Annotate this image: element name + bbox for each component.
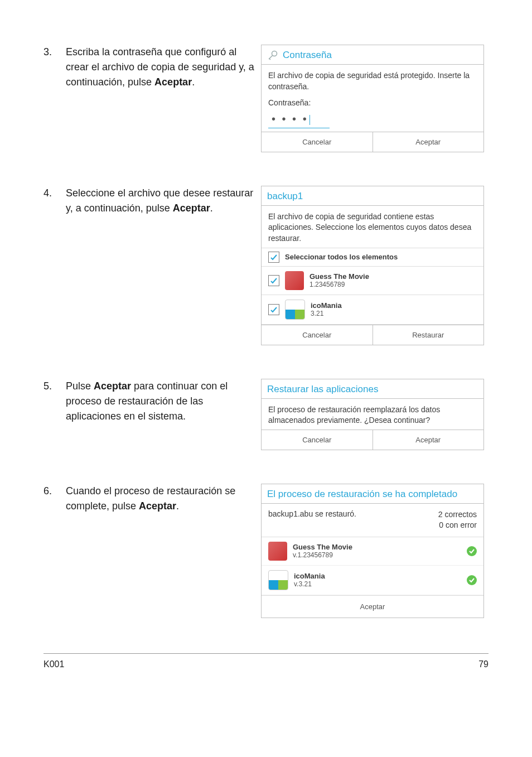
select-all-label: Seleccionar todos los elementos — [285, 253, 398, 261]
step-3-text: Escriba la contraseña que configuró al c… — [66, 45, 261, 90]
accept-button[interactable]: Aceptar — [262, 595, 483, 618]
password-dialog-title: Contraseña — [283, 50, 332, 61]
success-badge — [467, 546, 477, 556]
app-checkbox-0[interactable] — [268, 275, 279, 286]
step-3-number: 3. — [43, 45, 66, 90]
backup-dialog: backup1 El archivo de copia de seguridad… — [261, 186, 484, 345]
password-dialog-buttons: Cancelar Aceptar — [262, 132, 483, 152]
step-5-bold: Aceptar — [94, 380, 131, 392]
app-name-1: icoMania — [311, 301, 342, 310]
check-icon — [468, 577, 475, 584]
done-status-ok: 2 correctos — [438, 509, 477, 520]
app-version-1: 3.21 — [311, 310, 342, 317]
done-app-name-0: Guess The Movie — [293, 543, 352, 551]
step-5-number: 5. — [43, 379, 66, 424]
backup-dialog-title: backup1 — [267, 191, 303, 202]
confirm-dialog-header: Restaurar las aplicaciones — [262, 379, 483, 399]
done-app-version-0: v.1.23456789 — [293, 551, 352, 559]
footer-page-number: 79 — [478, 659, 489, 669]
app-icon-movie — [268, 542, 287, 561]
password-dialog: Contraseña El archivo de copia de seguri… — [261, 45, 484, 152]
check-icon — [270, 253, 278, 261]
success-badge — [467, 575, 477, 585]
step-5-pre: Pulse — [66, 380, 94, 392]
check-icon — [270, 306, 278, 314]
app-version-0: 1.23456789 — [309, 281, 369, 288]
app-meta-1: icoMania 3.21 — [311, 301, 342, 317]
step-4-pre: Seleccione el archivo que desee restaura… — [66, 187, 253, 214]
step-3-post: . — [192, 76, 195, 88]
password-input[interactable]: • • • • — [268, 110, 330, 128]
step-4-instruction: 4. Seleccione el archivo que desee resta… — [43, 186, 261, 216]
done-dialog: El proceso de restauración se ha complet… — [261, 484, 484, 618]
step-4-row: 4. Seleccione el archivo que desee resta… — [43, 186, 489, 345]
done-status-err: 0 con error — [438, 520, 477, 531]
password-dialog-body: El archivo de copia de seguridad está pr… — [262, 65, 483, 132]
app-meta-0: Guess The Movie 1.23456789 — [309, 272, 369, 288]
accept-button[interactable]: Aceptar — [373, 132, 484, 152]
password-label: Contraseña: — [268, 98, 477, 109]
check-icon — [468, 548, 475, 555]
done-status-file: backup1.abu se restauró. — [268, 509, 356, 531]
page-footer: K001 79 — [43, 653, 489, 669]
password-dialog-header: Contraseña — [262, 45, 483, 65]
svg-line-2 — [269, 59, 270, 60]
step-4-text: Seleccione el archivo que desee restaura… — [66, 186, 261, 216]
done-app-meta-0: Guess The Movie v.1.23456789 — [293, 543, 352, 559]
confirm-dialog: Restaurar las aplicaciones El proceso de… — [261, 379, 484, 450]
select-all-checkbox[interactable] — [268, 252, 279, 263]
confirm-dialog-body: El proceso de restauración reemplazará l… — [262, 399, 483, 430]
step-4-number: 4. — [43, 186, 66, 216]
page: 3. Escriba la contraseña que configuró a… — [0, 0, 532, 692]
select-all-row[interactable]: Seleccionar todos los elementos — [262, 248, 483, 267]
cancel-button[interactable]: Cancelar — [262, 325, 373, 345]
confirm-dialog-message: El proceso de restauración reemplazará l… — [268, 404, 477, 426]
accept-button[interactable]: Aceptar — [373, 430, 484, 450]
app-row-1[interactable]: icoMania 3.21 — [262, 295, 483, 325]
done-dialog-header: El proceso de restauración se ha complet… — [262, 484, 483, 504]
check-icon — [270, 277, 278, 285]
step-5-instruction: 5. Pulse Aceptar para continuar con el p… — [43, 379, 261, 424]
step-6-bold: Aceptar — [139, 500, 176, 512]
step-3-bold: Aceptar — [154, 76, 192, 88]
done-app-left-1: icoMania v.3.21 — [268, 570, 325, 590]
svg-point-0 — [272, 51, 277, 56]
footer-model: K001 — [43, 659, 64, 669]
key-icon — [267, 50, 278, 61]
app-icon-icomania — [268, 570, 288, 590]
backup-dialog-body: El archivo de copia de seguridad contien… — [262, 206, 483, 248]
step-3-instruction: 3. Escriba la contraseña que configuró a… — [43, 45, 261, 90]
confirm-dialog-title: Restaurar las aplicaciones — [267, 384, 378, 395]
done-app-version-1: v.3.21 — [294, 580, 325, 588]
done-status-counts: 2 correctos 0 con error — [438, 509, 477, 531]
step-6-post: . — [176, 500, 179, 512]
backup-dialog-header: backup1 — [262, 186, 483, 206]
password-dialog-message: El archivo de copia de seguridad está pr… — [268, 70, 477, 92]
cancel-button[interactable]: Cancelar — [262, 132, 373, 152]
done-app-row-1: icoMania v.3.21 — [262, 566, 483, 595]
step-6-instruction: 6. Cuando el proceso de restauración se … — [43, 484, 261, 514]
backup-dialog-buttons: Cancelar Restaurar — [262, 325, 483, 345]
app-icon-movie — [285, 271, 304, 290]
step-5-row: 5. Pulse Aceptar para continuar con el p… — [43, 379, 489, 450]
restore-button[interactable]: Restaurar — [373, 325, 484, 345]
app-icon-icomania — [285, 300, 305, 320]
done-app-row-0: Guess The Movie v.1.23456789 — [262, 537, 483, 566]
done-app-name-1: icoMania — [294, 572, 325, 580]
step-6-row: 6. Cuando el proceso de restauración se … — [43, 484, 489, 618]
done-app-left-0: Guess The Movie v.1.23456789 — [268, 542, 352, 561]
done-status-row: backup1.abu se restauró. 2 correctos 0 c… — [262, 504, 483, 537]
confirm-dialog-buttons: Cancelar Aceptar — [262, 430, 483, 450]
step-6-number: 6. — [43, 484, 66, 514]
app-row-0[interactable]: Guess The Movie 1.23456789 — [262, 267, 483, 295]
cancel-button[interactable]: Cancelar — [262, 430, 373, 450]
step-4-bold: Aceptar — [173, 202, 210, 214]
backup-dialog-message: El archivo de copia de seguridad contien… — [268, 211, 477, 244]
app-checkbox-1[interactable] — [268, 304, 279, 315]
done-dialog-title: El proceso de restauración se ha complet… — [267, 489, 457, 500]
step-4-post: . — [210, 202, 213, 214]
step-6-text: Cuando el proceso de restauración se com… — [66, 484, 261, 514]
step-3-row: 3. Escriba la contraseña que configuró a… — [43, 45, 489, 152]
app-name-0: Guess The Movie — [309, 272, 369, 281]
step-5-text: Pulse Aceptar para continuar con el proc… — [66, 379, 261, 424]
